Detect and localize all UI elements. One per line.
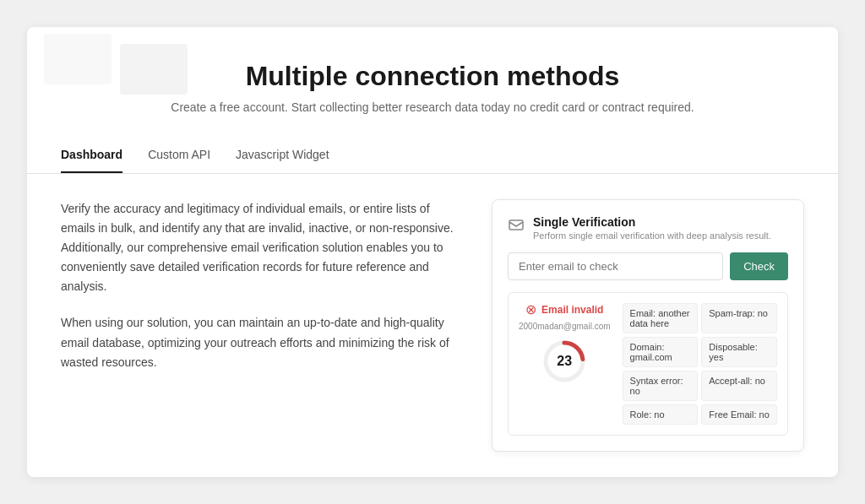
grid-cell-7: Free Email: no [701,404,777,425]
tab-javascript-widget[interactable]: Javascript Widget [236,148,329,173]
content-area: Verify the accuracy and legitimacy of in… [27,174,838,477]
main-card: Multiple connection methods Create a fre… [27,27,838,477]
check-button[interactable]: Check [730,252,788,280]
description-paragraph-2: When using our solution, you can maintai… [61,313,458,371]
page-header: Multiple connection methods Create a fre… [27,27,838,131]
check-row: Check [508,252,788,280]
score-number: 23 [557,354,572,369]
card-title: Single Verification [533,215,771,229]
grid-cell-1: Spam-trap: no [701,303,777,333]
right-panel: Single Verification Perform single email… [492,199,804,452]
card-header: Single Verification Perform single email… [508,215,788,241]
card-subtitle: Perform single email verification with d… [533,230,771,241]
tab-dashboard[interactable]: Dashboard [61,148,122,173]
envelope-icon [508,216,525,233]
grid-cell-5: Accept-all: no [701,371,777,401]
grid-cell-3: Disposable: yes [701,337,777,367]
score-circle: 23 [541,338,588,385]
grid-cell-6: Role: no [623,404,699,425]
verification-card: Single Verification Perform single email… [492,199,804,452]
result-status: ⊗ Email invalid [525,303,603,317]
grid-cell-0: Email: another data here [623,303,699,333]
svg-rect-0 [509,220,523,230]
grid-cell-2: Domain: gmail.com [623,337,699,367]
result-email: 2000madan@gmail.com [519,322,611,331]
result-area: ⊗ Email invalid 2000madan@gmail.com [508,292,788,436]
email-input[interactable] [508,252,723,280]
page-subtitle: Create a free account. Start collecting … [44,100,821,114]
result-status-text: Email invalid [541,304,603,316]
card-header-text: Single Verification Perform single email… [533,215,771,241]
page-title: Multiple connection methods [44,61,821,92]
invalid-icon: ⊗ [525,303,536,317]
result-left: ⊗ Email invalid 2000madan@gmail.com [519,303,611,425]
tabs-bar: Dashboard Custom API Javascript Widget [27,131,838,174]
description-paragraph-1: Verify the accuracy and legitimacy of in… [61,199,458,296]
tab-custom-api[interactable]: Custom API [148,148,210,173]
left-column: Verify the accuracy and legitimacy of in… [61,199,458,452]
result-grid: Email: another data here Spam-trap: no D… [623,303,777,425]
grid-cell-4: Syntax error: no [623,371,699,401]
